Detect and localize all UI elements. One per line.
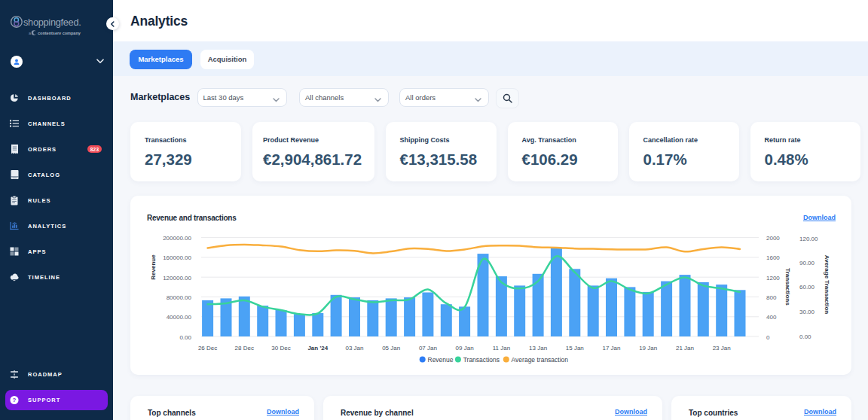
svg-text:400: 400 — [766, 314, 777, 321]
svg-text:21 Jan: 21 Jan — [676, 345, 694, 352]
svg-text:Revenue: Revenue — [428, 356, 454, 364]
svg-text:30 Dec: 30 Dec — [271, 345, 290, 352]
svg-text:1200: 1200 — [766, 275, 780, 282]
svg-text:05 Jan: 05 Jan — [382, 345, 400, 352]
svg-text:Jan '24: Jan '24 — [307, 345, 328, 352]
svg-text:07 Jan: 07 Jan — [419, 345, 437, 352]
svg-text:0: 0 — [766, 334, 770, 341]
svg-text:60.00: 60.00 — [799, 284, 815, 291]
svg-text:120000.00: 120000.00 — [163, 275, 191, 282]
svg-text:90.00: 90.00 — [799, 260, 815, 266]
svg-text:30.00: 30.00 — [799, 309, 815, 315]
svg-text:contentserv company: contentserv company — [38, 31, 81, 35]
svg-text:800: 800 — [766, 294, 777, 301]
svg-text:shoppingfeed.: shoppingfeed. — [23, 17, 81, 28]
svg-text:0.00: 0.00 — [179, 334, 191, 341]
svg-text:80000.00: 80000.00 — [167, 294, 192, 301]
svg-text:23 Jan: 23 Jan — [713, 345, 731, 352]
svg-text:11 Jan: 11 Jan — [493, 345, 510, 352]
svg-text:Average Transaction: Average Transaction — [824, 255, 830, 315]
svg-text:28 Dec: 28 Dec — [235, 345, 254, 352]
svg-text:13 Jan: 13 Jan — [529, 345, 547, 352]
svg-text:160000.00: 160000.00 — [163, 254, 191, 261]
svg-text:09 Jan: 09 Jan — [456, 345, 474, 352]
svg-text:Transactions: Transactions — [784, 268, 791, 306]
svg-text:19 Jan: 19 Jan — [639, 345, 657, 352]
svg-text:Average transaction: Average transaction — [512, 356, 569, 364]
svg-text:Transactions: Transactions — [463, 356, 500, 364]
svg-text:15 Jan: 15 Jan — [566, 345, 584, 352]
svg-text:2000: 2000 — [766, 235, 780, 242]
svg-text:Revenue: Revenue — [150, 254, 157, 280]
svg-text:120.00: 120.00 — [799, 236, 818, 242]
svg-text:26 Dec: 26 Dec — [198, 345, 217, 352]
svg-text:1600: 1600 — [766, 254, 780, 261]
svg-text:200000.00: 200000.00 — [163, 235, 191, 242]
svg-text:a: a — [29, 31, 32, 35]
svg-text:03 Jan: 03 Jan — [345, 345, 363, 352]
svg-text:?: ? — [13, 397, 17, 403]
svg-text:17 Jan: 17 Jan — [602, 345, 620, 352]
svg-text:40000.00: 40000.00 — [167, 314, 192, 321]
svg-text:0.00: 0.00 — [799, 333, 811, 340]
